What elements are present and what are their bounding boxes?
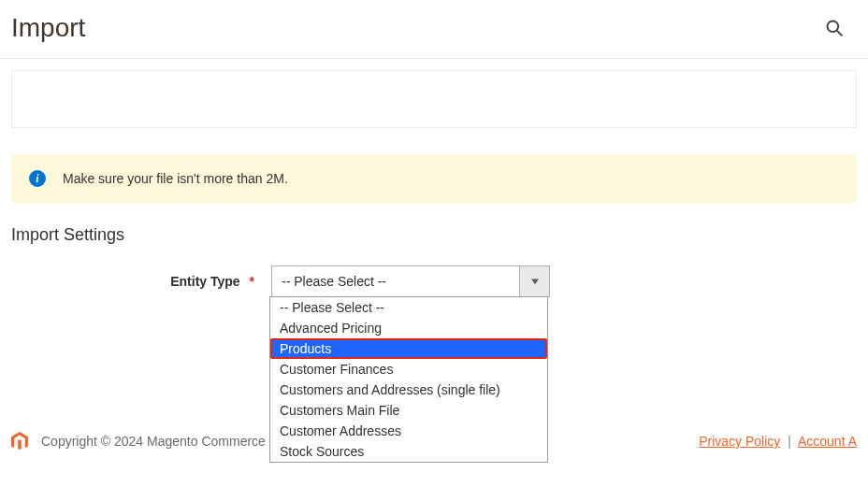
footer-right: Privacy Policy | Account A (699, 434, 857, 449)
entity-type-dropdown[interactable]: -- Please Select -- Advanced Pricing Pro… (269, 296, 548, 463)
dropdown-option-customer-finances[interactable]: Customer Finances (270, 359, 547, 379)
copyright-text: Copyright © 2024 Magento Commerce (41, 434, 266, 449)
import-settings-title: Import Settings (11, 225, 868, 245)
required-indicator: * (250, 274, 254, 289)
footer-left: Copyright © 2024 Magento Commerce (11, 432, 266, 451)
entity-type-select[interactable]: -- Please Select -- -- Please Select -- … (271, 265, 550, 297)
dropdown-option-customers-main[interactable]: Customers Main File (270, 400, 547, 421)
dropdown-option-products[interactable]: Products (270, 338, 547, 359)
info-icon: i (29, 170, 46, 187)
privacy-policy-link[interactable]: Privacy Policy (699, 434, 780, 449)
dropdown-option-advanced-pricing[interactable]: Advanced Pricing (270, 318, 547, 338)
page-header: Import (0, 0, 868, 59)
chevron-down-icon[interactable] (519, 266, 549, 296)
search-icon[interactable] (825, 19, 844, 37)
file-size-warning: i Make sure your file isn't more than 2M… (11, 154, 857, 203)
entity-type-label-text: Entity Type (170, 274, 239, 289)
page-title: Import (11, 13, 85, 43)
select-display[interactable]: -- Please Select -- (271, 265, 550, 297)
dropdown-option-stock-sources[interactable]: Stock Sources (270, 441, 547, 462)
notice-text: Make sure your file isn't more than 2M. (63, 171, 288, 186)
svg-point-0 (828, 21, 839, 33)
dropdown-option-customer-addresses[interactable]: Customer Addresses (270, 421, 547, 441)
entity-type-label: Entity Type * (0, 274, 271, 289)
svg-line-1 (837, 31, 842, 36)
footer-separator: | (788, 434, 791, 449)
magento-logo-icon (11, 432, 28, 451)
toolbar-panel (11, 70, 857, 128)
svg-marker-2 (531, 279, 539, 285)
entity-type-row: Entity Type * -- Please Select -- -- Ple… (0, 265, 868, 297)
select-value: -- Please Select -- (272, 266, 519, 296)
dropdown-option-customers-addresses[interactable]: Customers and Addresses (single file) (270, 379, 547, 400)
account-link[interactable]: Account A (798, 434, 857, 449)
dropdown-option-please-select[interactable]: -- Please Select -- (270, 297, 547, 318)
